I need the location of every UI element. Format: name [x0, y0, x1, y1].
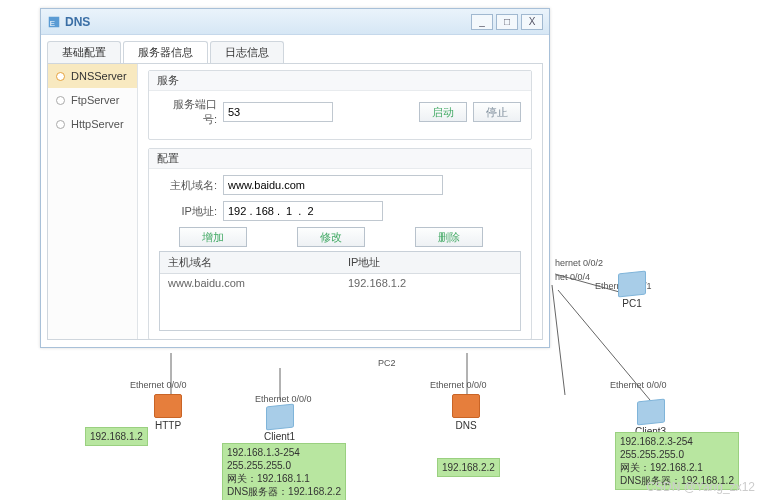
close-button[interactable]: X: [521, 14, 543, 30]
sidebar: DNSServer FtpServer HttpServer: [48, 64, 138, 339]
iface-label: Ethernet 0/0/0: [430, 380, 487, 390]
node-dns[interactable]: DNS: [452, 394, 480, 431]
group-title: 配置: [149, 149, 531, 169]
iface-label: Ethernet 0/0/0: [610, 380, 667, 390]
node-client3[interactable]: Client3: [635, 400, 666, 437]
port-input[interactable]: [223, 102, 333, 122]
tab-server-info[interactable]: 服务器信息: [123, 41, 208, 63]
server-icon: [452, 394, 480, 418]
iface-label: Ethernet 0/0/1: [595, 281, 652, 291]
iface-label: hernet 0/0/2: [555, 258, 603, 268]
port-label: 服务端口号:: [159, 97, 217, 127]
note: 192.168.1.2: [85, 427, 148, 446]
pc-icon: [266, 404, 294, 431]
pc2-label: PC2: [378, 358, 396, 368]
delete-button[interactable]: 删除: [415, 227, 483, 247]
edit-button[interactable]: 修改: [297, 227, 365, 247]
minimize-button[interactable]: _: [471, 14, 493, 30]
group-service: 服务 服务端口号: 启动 停止: [148, 70, 532, 140]
start-button[interactable]: 启动: [419, 102, 467, 122]
iface-label: net 0/0/4: [555, 272, 590, 282]
dns-window: E DNS _ □ X 基础配置 服务器信息 日志信息 DNSServer Ft…: [40, 8, 550, 348]
tab-basic[interactable]: 基础配置: [47, 41, 121, 63]
note: 192.168.1.3-254 255.255.255.0 网关：192.168…: [222, 443, 346, 500]
app-icon: E: [47, 15, 61, 29]
window-title: DNS: [65, 15, 468, 29]
table-header: 主机域名 IP地址: [160, 252, 520, 274]
stop-button[interactable]: 停止: [473, 102, 521, 122]
ip-label: IP地址:: [159, 204, 217, 219]
host-input[interactable]: [223, 175, 443, 195]
host-label: 主机域名:: [159, 178, 217, 193]
radio-icon: [56, 72, 65, 81]
iface-label: Ethernet 0/0/0: [130, 380, 187, 390]
ip-input[interactable]: [223, 201, 383, 221]
sidebar-item-ftp[interactable]: FtpServer: [48, 88, 137, 112]
svg-line-0: [555, 274, 623, 293]
tab-log[interactable]: 日志信息: [210, 41, 284, 63]
radio-icon: [56, 96, 65, 105]
iface-label: Ethernet 0/0/0: [255, 394, 312, 404]
svg-line-1: [552, 285, 565, 395]
note: 192.168.2.2: [437, 458, 500, 477]
table-row[interactable]: www.baidu.com 192.168.1.2: [160, 274, 520, 292]
node-http[interactable]: HTTP: [154, 394, 182, 431]
sidebar-item-http[interactable]: HttpServer: [48, 112, 137, 136]
svg-line-2: [558, 290, 650, 400]
titlebar[interactable]: E DNS _ □ X: [41, 9, 549, 35]
add-button[interactable]: 增加: [179, 227, 247, 247]
server-icon: [154, 394, 182, 418]
pc-icon: [637, 399, 665, 426]
tabs: 基础配置 服务器信息 日志信息: [47, 41, 543, 64]
records-table[interactable]: 主机域名 IP地址 www.baidu.com 192.168.1.2: [159, 251, 521, 331]
node-pc1[interactable]: PC1: [618, 272, 646, 309]
radio-icon: [56, 120, 65, 129]
pc-icon: [618, 271, 646, 298]
sidebar-item-dns[interactable]: DNSServer: [48, 64, 137, 88]
group-title: 服务: [149, 71, 531, 91]
svg-text:E: E: [50, 18, 55, 27]
watermark: CSDN @Yang_zx12: [646, 480, 755, 494]
group-config: 配置 主机域名: IP地址: 增加 修改 删除: [148, 148, 532, 339]
node-client1[interactable]: Client1: [264, 405, 295, 442]
maximize-button[interactable]: □: [496, 14, 518, 30]
